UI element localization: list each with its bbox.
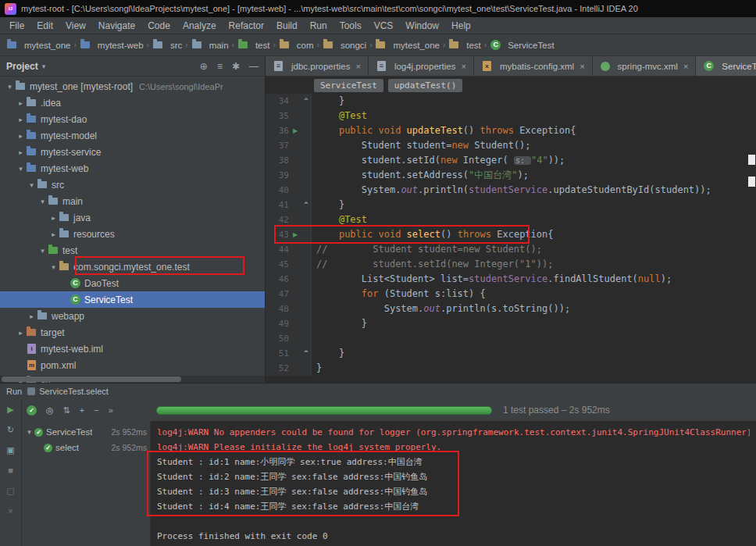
- code-line-43[interactable]: 43▶ public void select() throws Exceptio…: [266, 227, 756, 242]
- close-icon[interactable]: ×: [579, 62, 584, 71]
- breadcrumb-mytest-one[interactable]: mytest_one: [375, 41, 439, 50]
- collapse-all-icon[interactable]: −: [94, 405, 98, 416]
- code-line-46[interactable]: 46 List<Student> list=studentService.fin…: [266, 272, 756, 287]
- hide-panel-icon[interactable]: ―: [249, 61, 259, 72]
- editor-crumb-updatetest[interactable]: updateTest(): [388, 79, 462, 92]
- menu-navigate[interactable]: Navigate: [92, 20, 141, 31]
- fold-marker[interactable]: ^: [301, 346, 311, 361]
- editor-tab-servicetest-java[interactable]: CServiceTest.java×: [696, 56, 756, 76]
- tree-item-webapp[interactable]: ▸webapp: [0, 308, 265, 324]
- close-icon[interactable]: ×: [355, 62, 360, 71]
- tree-expand-arrow[interactable]: ▾: [16, 165, 26, 173]
- tree-collapse-arrow[interactable]: ▸: [27, 312, 37, 320]
- tree-item-mytest-service[interactable]: ▸mytest-service: [0, 144, 265, 160]
- menu-code[interactable]: Code: [141, 20, 177, 31]
- code-line-42[interactable]: 42 @Test: [266, 212, 756, 227]
- breadcrumb-test[interactable]: test: [237, 41, 270, 50]
- menu-analyze[interactable]: Analyze: [177, 20, 223, 31]
- rerun-failed-tests-icon[interactable]: ↻: [5, 423, 17, 436]
- gear-icon[interactable]: ✱: [232, 61, 240, 72]
- menu-refactor[interactable]: Refactor: [223, 20, 270, 31]
- code-line-36[interactable]: 36▶ public void updateTest() throws Exce…: [266, 123, 756, 138]
- tree-collapse-arrow[interactable]: ▸: [16, 99, 26, 107]
- code-line-47[interactable]: 47 for (Student s:list) {: [266, 287, 756, 302]
- run-test-gutter-icon[interactable]: ▶: [289, 231, 301, 238]
- tree-item-test[interactable]: ▾test: [0, 242, 265, 259]
- run-test-gutter-icon[interactable]: ▶: [289, 127, 301, 134]
- tree-item-mytest-model[interactable]: ▸mytest-model: [0, 127, 265, 144]
- tree-item-idea[interactable]: ▸.idea: [0, 95, 265, 111]
- breadcrumb-servicetest[interactable]: CServiceTest: [490, 40, 554, 50]
- show-ignored-icon[interactable]: ◎: [46, 405, 54, 416]
- tree-collapse-arrow[interactable]: ▸: [16, 116, 26, 123]
- code-line-51[interactable]: 51^ }: [266, 346, 756, 361]
- menu-help[interactable]: Help: [445, 20, 477, 31]
- run-configuration-tab[interactable]: ServiceTest.select: [27, 387, 109, 396]
- tree-expand-arrow[interactable]: ▾: [37, 198, 48, 205]
- close-icon[interactable]: ×: [5, 505, 17, 517]
- code-line-41[interactable]: 41^ }: [266, 198, 756, 212]
- menu-run[interactable]: Run: [304, 20, 333, 31]
- menu-vcs[interactable]: VCS: [368, 20, 400, 31]
- tree-item-mytest-dao[interactable]: ▸mytest-dao: [0, 111, 265, 127]
- breadcrumb-mytest-one[interactable]: mytest_one: [6, 41, 70, 50]
- code-line-44[interactable]: 44// Student student=new Student();: [266, 242, 756, 257]
- project-panel-title[interactable]: Project: [6, 61, 38, 72]
- code-line-52[interactable]: 52}: [266, 361, 756, 376]
- menu-edit[interactable]: Edit: [30, 20, 59, 31]
- close-icon[interactable]: ×: [462, 62, 466, 71]
- tree-expand-arrow[interactable]: ▾: [27, 181, 37, 189]
- code-line-49[interactable]: 49 }: [266, 316, 756, 331]
- editor-tab-jdbc-properties[interactable]: ≡jdbc.properties×: [266, 56, 369, 76]
- code-editor[interactable]: 34^ }35 @Test36▶ public void updateTest(…: [266, 94, 756, 383]
- code-line-34[interactable]: 34^ }: [266, 94, 756, 109]
- show-passed-icon[interactable]: ✓: [27, 405, 37, 416]
- code-line-35[interactable]: 35 @Test: [266, 109, 756, 123]
- test-node-servicetest[interactable]: ▾✓ServiceTest2s 952ms: [22, 424, 150, 440]
- code-line-37[interactable]: 37 Student student=new Student();: [266, 138, 756, 153]
- tree-item-java[interactable]: ▸java: [0, 209, 265, 226]
- code-line-39[interactable]: 39 student.setAddress("中国台湾");: [266, 168, 756, 183]
- scrollbar-thumb[interactable]: [2, 376, 181, 382]
- tree-expand-arrow[interactable]: ▾: [5, 83, 15, 91]
- tree-item-mytest-web-iml[interactable]: imytest-web.iml: [0, 341, 265, 357]
- tree-item-mytest-web[interactable]: ▾mytest-web: [0, 160, 265, 177]
- editor-tab-mybatis-config-xml[interactable]: xmybatis-config.xml×: [474, 56, 593, 76]
- fold-marker[interactable]: ^: [301, 94, 311, 109]
- sort-alphabetically-icon[interactable]: ⇅: [63, 405, 70, 416]
- tree-item-pom-xml[interactable]: mpom.xml: [0, 357, 265, 373]
- tree-collapse-arrow[interactable]: ▸: [48, 230, 59, 238]
- fold-marker[interactable]: ^: [301, 198, 311, 212]
- tree-expand-arrow[interactable]: ▾: [48, 263, 59, 271]
- breadcrumb-main[interactable]: main: [191, 41, 229, 50]
- editor-crumb-servicetest[interactable]: ServiceTest: [314, 79, 383, 92]
- tree-collapse-arrow[interactable]: ▸: [16, 148, 26, 156]
- test-node-select[interactable]: ✓select2s 952ms: [22, 440, 150, 455]
- code-line-48[interactable]: 48 System.out.println(s.toString());: [266, 302, 756, 316]
- breadcrumb-test[interactable]: test: [448, 41, 481, 50]
- breadcrumb-com[interactable]: com: [279, 41, 314, 50]
- tree-item-resources[interactable]: ▸resources: [0, 226, 265, 242]
- horizontal-scrollbar[interactable]: [0, 376, 265, 383]
- tree-item-com-songci-mytest-one-test[interactable]: ▾com.songci.mytest_one.test: [0, 259, 265, 275]
- tree-item-target[interactable]: ▸target: [0, 324, 265, 341]
- breadcrumb-songci[interactable]: songci: [323, 41, 366, 50]
- suspend-icon[interactable]: ▢: [5, 484, 17, 497]
- rerun-test-icon[interactable]: ▶: [5, 403, 17, 416]
- console-output[interactable]: log4j:WARN No appenders could be found f…: [151, 421, 756, 546]
- toggle-auto-test-icon[interactable]: ▣: [5, 444, 17, 456]
- close-icon[interactable]: ×: [683, 62, 688, 71]
- menu-view[interactable]: View: [59, 20, 92, 31]
- breadcrumb-src[interactable]: src: [152, 41, 182, 50]
- run-panel-title[interactable]: Run: [6, 387, 22, 396]
- collapse-all-icon[interactable]: ≡: [217, 61, 223, 72]
- code-line-45[interactable]: 45// student.setId(new Integer("1"));: [266, 257, 756, 272]
- tree-item-daotest[interactable]: CDaoTest: [0, 275, 265, 291]
- test-history-icon[interactable]: »: [109, 405, 113, 416]
- stop-icon[interactable]: ■: [5, 464, 17, 476]
- menu-file[interactable]: File: [3, 20, 30, 31]
- tree-expand-arrow[interactable]: ▾: [37, 247, 48, 255]
- tree-item-mytest-one-mytest-root[interactable]: ▾mytest_one [mytest-root]C:\Users\songl\…: [0, 78, 265, 95]
- menu-window[interactable]: Window: [399, 20, 445, 31]
- menu-build[interactable]: Build: [270, 20, 304, 31]
